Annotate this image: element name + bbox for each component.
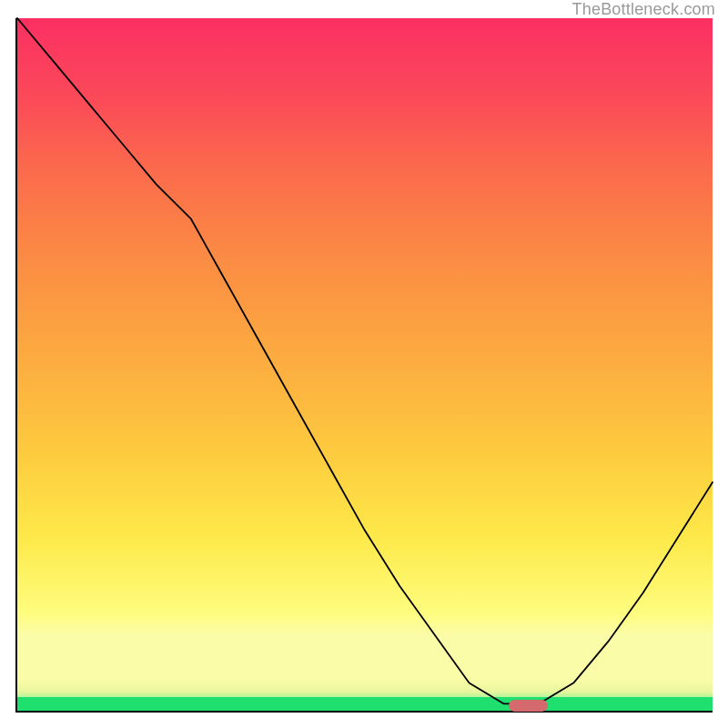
chart-plot-area — [15, 18, 713, 713]
bottleneck-curve-path — [17, 18, 713, 703]
optimal-point-marker — [509, 700, 548, 712]
watermark-text: TheBottleneck.com — [572, 0, 715, 19]
chart-curve-svg — [17, 18, 713, 711]
